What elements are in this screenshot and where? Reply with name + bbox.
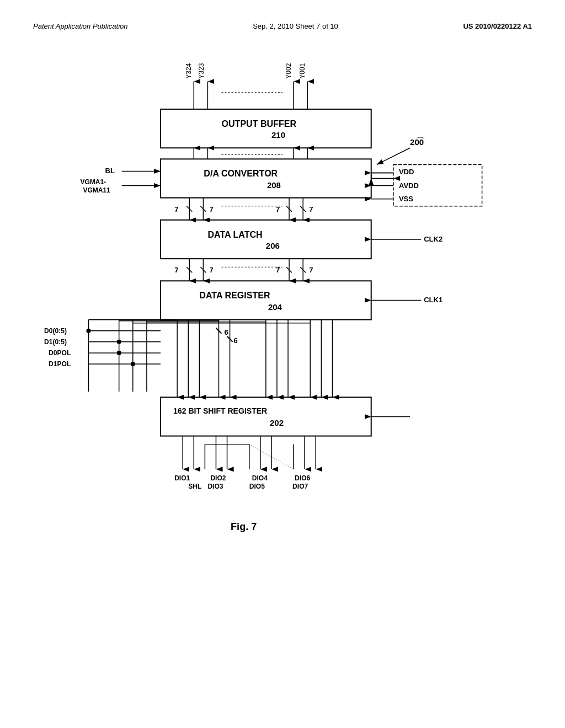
dio5-label: DIO5 (249, 483, 265, 490)
dio1-label: DIO1 (174, 474, 190, 482)
figure-label: Fig. 7 (231, 521, 257, 532)
svg-rect-78 (161, 397, 371, 436)
d0pol-label: D0POL (49, 349, 71, 357)
bus7-right2-mid: 7 (309, 266, 313, 274)
d1-label: D1(0:5) (44, 338, 67, 346)
y323-label: Y323 (198, 63, 205, 78)
output-buffer-number: 210 (271, 130, 285, 140)
data-register-number: 204 (268, 302, 282, 312)
circuit-diagram: OUTPUT BUFFER 210 Y324 Y323 Y002 Y001 (33, 41, 532, 692)
data-latch-number: 206 (266, 241, 280, 250)
shl-label: SHL (188, 483, 201, 490)
bus6-label: 6 (225, 328, 228, 336)
bus7-right-mid: 7 (276, 266, 280, 274)
svg-line-25 (377, 148, 410, 164)
bus7-left2-top: 7 (209, 205, 213, 213)
data-latch-label: DATA LATCH (207, 229, 262, 239)
dio6-label: DIO6 (295, 474, 310, 482)
d0-label: D0(0:5) (44, 327, 67, 335)
bus7-right2-top: 7 (309, 205, 313, 213)
dio3-label: DIO3 (207, 483, 223, 490)
dio7-label: DIO7 (292, 483, 308, 490)
header-center: Sep. 2, 2010 Sheet 7 of 10 (253, 22, 338, 30)
y324-label: Y324 (185, 63, 193, 78)
diagram-container: OUTPUT BUFFER 210 Y324 Y323 Y002 Y001 (33, 41, 532, 692)
avdd-label: AVDD (399, 181, 419, 190)
clk2-label: CLK2 (424, 235, 443, 243)
bus7-left-top: 7 (174, 205, 178, 213)
data-register-label: DATA REGISTER (199, 290, 270, 300)
d1pol-label: D1POL (49, 360, 71, 368)
vss-label: VSS (399, 195, 413, 203)
page-header: Patent Application Publication Sep. 2, 2… (33, 22, 532, 30)
header-right: US 2010/0220122 A1 (463, 22, 532, 30)
bus6-label2: 6 (234, 336, 238, 345)
svg-rect-36 (161, 220, 371, 259)
vdd-label: VDD (399, 168, 414, 176)
bus7-left2-mid: 7 (209, 266, 213, 274)
dio4-label: DIO4 (252, 474, 268, 482)
y002-label: Y002 (285, 63, 292, 78)
y001-label: Y001 (299, 63, 306, 78)
clk1-label: CLK1 (424, 296, 443, 304)
bus7-left-mid: 7 (174, 266, 178, 274)
vgma1-label: VGMA1- (80, 178, 106, 186)
da-convertor-number: 208 (267, 180, 281, 190)
svg-text:⌒: ⌒ (415, 136, 425, 147)
bus7-right-top: 7 (276, 205, 280, 213)
shift-register-label: 162 BIT SHIFT REGISTER (173, 406, 267, 415)
da-convertor-label: D/A CONVERTOR (204, 168, 278, 178)
bl-label: BL (105, 167, 115, 175)
patent-page: Patent Application Publication Sep. 2, 2… (0, 0, 565, 728)
dio2-label: DIO2 (210, 474, 226, 482)
output-buffer-label: OUTPUT BUFFER (222, 119, 297, 129)
shift-register-number: 202 (270, 418, 284, 427)
header-left: Patent Application Publication (33, 22, 128, 30)
vgma11-label: VGMA11 (83, 186, 110, 194)
